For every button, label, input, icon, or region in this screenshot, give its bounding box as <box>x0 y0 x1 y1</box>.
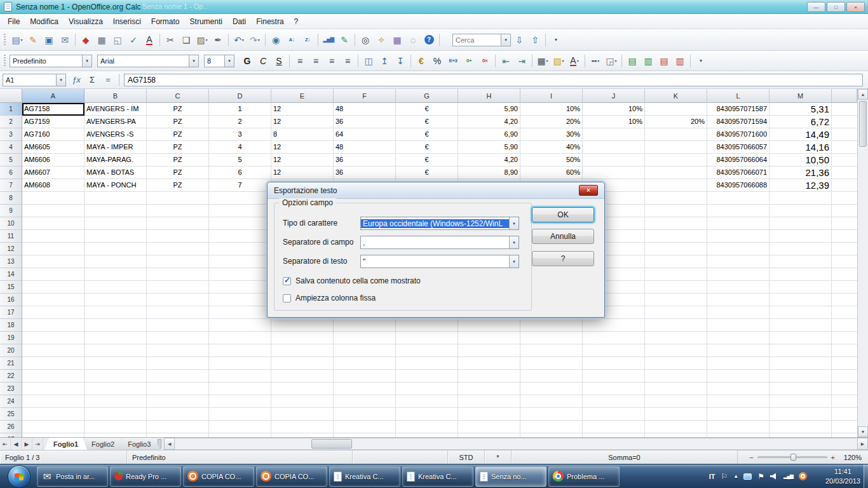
cell-G3[interactable]: € <box>396 128 458 141</box>
taskbar-clock[interactable]: 11:41 20/03/2013 <box>825 467 860 486</box>
cell-G2[interactable]: € <box>396 116 458 128</box>
cell-K6[interactable] <box>645 166 707 179</box>
search-input[interactable]: Cerca <box>453 36 501 44</box>
cell-K8[interactable] <box>645 192 707 205</box>
row-header-14[interactable]: 14 <box>0 268 22 281</box>
column-header-A[interactable]: A <box>22 89 85 103</box>
cell-F26[interactable] <box>334 421 396 433</box>
cell-K11[interactable] <box>645 230 707 243</box>
zoom-slider-thumb[interactable] <box>790 454 796 461</box>
underline-button[interactable]: S <box>271 53 287 69</box>
cell-C10[interactable] <box>147 217 209 230</box>
cell-C15[interactable] <box>147 281 209 294</box>
cell-G25[interactable] <box>396 408 458 421</box>
function-wizard-button[interactable]: ƒx <box>69 72 84 88</box>
taskbar-copia-window-2[interactable]: COPIA CO... <box>256 466 327 487</box>
cell-K7[interactable] <box>645 179 707 192</box>
bold-button[interactable]: G <box>240 53 255 69</box>
row-header-12[interactable]: 12 <box>0 243 22 255</box>
cell-I25[interactable] <box>520 408 583 421</box>
cell-C1[interactable]: PZ <box>147 103 209 116</box>
cell-L14[interactable] <box>707 268 770 281</box>
delete-columns-button[interactable]: ▥ <box>672 53 688 69</box>
cell-I24[interactable] <box>520 395 583 408</box>
scroll-left-button[interactable] <box>164 438 175 450</box>
insert-rows-button[interactable]: ▤ <box>625 53 640 69</box>
cell-A24[interactable] <box>22 395 85 408</box>
row-header-3[interactable]: 3 <box>0 128 22 141</box>
row-header-6[interactable]: 6 <box>0 166 22 179</box>
cell-K1[interactable] <box>645 103 707 116</box>
cell-D13[interactable] <box>209 255 271 268</box>
charset-combobox[interactable]: Europa occidentale (Windows-1252/WinL <box>360 217 519 230</box>
cell-A26[interactable] <box>22 421 85 433</box>
ok-button[interactable]: OK <box>532 207 594 222</box>
cell-G24[interactable] <box>396 395 458 408</box>
help-button[interactable]: ? <box>532 251 594 266</box>
column-header-G[interactable]: G <box>396 89 458 103</box>
cell-M21[interactable] <box>770 357 832 370</box>
cell-E22[interactable] <box>271 370 334 383</box>
cell-E25[interactable] <box>271 408 334 421</box>
font-size-dropdown-icon[interactable] <box>224 55 234 67</box>
borders-dropdown-icon[interactable]: ▾ <box>546 58 548 63</box>
cell-A19[interactable] <box>22 332 85 344</box>
cell-D17[interactable] <box>209 306 271 319</box>
paste-dropdown-icon[interactable]: ▾ <box>206 37 208 42</box>
cell-E24[interactable] <box>271 395 334 408</box>
cell-I22[interactable] <box>520 370 583 383</box>
cell-K3[interactable] <box>645 128 707 141</box>
sheet-tab-foglio2[interactable]: Foglio2 <box>83 438 123 450</box>
print-button[interactable]: ▦ <box>94 32 109 48</box>
cell-L4[interactable]: 8430957066057 <box>707 141 770 154</box>
borders-button[interactable]: ▦▾ <box>535 53 550 69</box>
cell-H5[interactable]: 4,20 <box>458 154 520 166</box>
cell-K9[interactable] <box>645 205 707 217</box>
cell-F19[interactable] <box>334 332 396 344</box>
cell-A21[interactable] <box>22 357 85 370</box>
cell-F1[interactable]: 48 <box>334 103 396 116</box>
gallery-button[interactable]: ▦ <box>390 32 405 48</box>
window-titlebar[interactable]: Senza nome 1 - OpenOffice.org Calc Senza… <box>0 0 868 14</box>
cell-H2[interactable]: 4,20 <box>458 116 520 128</box>
cell-B16[interactable] <box>85 294 147 306</box>
column-header-B[interactable]: B <box>85 89 147 103</box>
scroll-down-button[interactable] <box>858 426 868 437</box>
cell-I21[interactable] <box>520 357 583 370</box>
cell-M2[interactable]: 6,72 <box>770 116 832 128</box>
vertical-scrollbar-thumb[interactable] <box>859 101 867 147</box>
row-header-19[interactable]: 19 <box>0 332 22 344</box>
grid-corner-box[interactable] <box>0 89 22 103</box>
cell-M3[interactable]: 14,49 <box>770 128 832 141</box>
first-sheet-button[interactable]: ⇤ <box>0 438 11 450</box>
cell-D5[interactable]: 5 <box>209 154 271 166</box>
field-separator-combobox[interactable]: , <box>360 236 519 249</box>
row-header-25[interactable]: 25 <box>0 408 22 421</box>
cut-button[interactable]: ✂ <box>163 32 178 48</box>
autospellcheck-button[interactable]: A <box>142 32 157 48</box>
scroll-up-button[interactable] <box>858 89 868 100</box>
show-hidden-icons-chevron[interactable]: ▲ <box>733 473 738 479</box>
cell-D10[interactable] <box>209 217 271 230</box>
cell-C21[interactable] <box>147 357 209 370</box>
align-left-button[interactable]: ≡ <box>292 53 308 69</box>
cell-F22[interactable] <box>334 370 396 383</box>
cell-D21[interactable] <box>209 357 271 370</box>
cell-J22[interactable] <box>583 370 645 383</box>
zoom-out-button[interactable]: − <box>749 454 753 461</box>
cell-J25[interactable] <box>583 408 645 421</box>
cell-H6[interactable]: 8,90 <box>458 166 520 179</box>
column-header-E[interactable]: E <box>271 89 334 103</box>
cell-H18[interactable] <box>458 319 520 332</box>
cell-K16[interactable] <box>645 294 707 306</box>
taskbar-kreativa-window-1[interactable]: Kreativa C... <box>329 466 400 487</box>
add-decimal-place-button[interactable]: 0+ <box>461 53 477 69</box>
cell-M9[interactable] <box>770 205 832 217</box>
cell-L12[interactable] <box>707 243 770 255</box>
cell-B24[interactable] <box>85 395 147 408</box>
row-header-4[interactable]: 4 <box>0 141 22 154</box>
cell-M20[interactable] <box>770 344 832 357</box>
scroll-right-button[interactable] <box>857 438 868 450</box>
cell-L25[interactable] <box>707 408 770 421</box>
open-document-button[interactable]: ✎ <box>25 32 41 48</box>
